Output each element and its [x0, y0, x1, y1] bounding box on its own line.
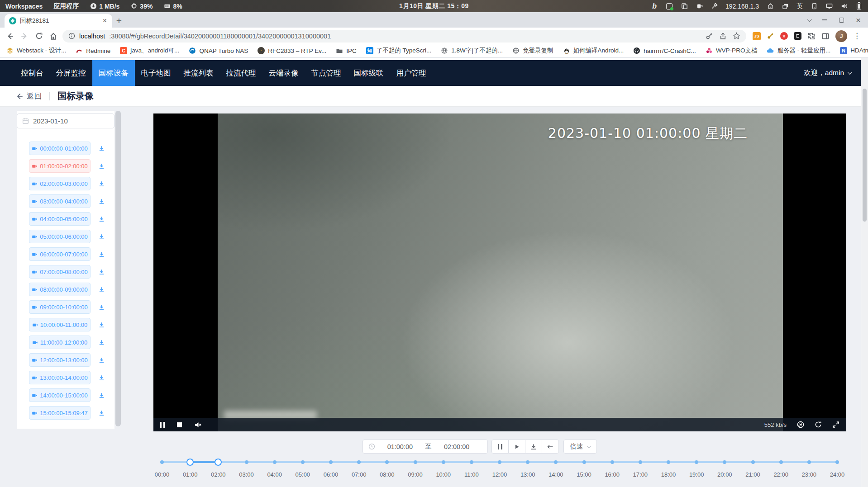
recording-segment-button[interactable]: 07:00:00-08:00:00 — [29, 265, 91, 279]
tab-search-chevron-icon[interactable] — [807, 17, 812, 22]
display-tray-icon[interactable] — [825, 3, 833, 10]
download-button[interactable] — [525, 440, 542, 454]
browser-menu-icon[interactable]: ⋮ — [853, 31, 861, 41]
recording-segment-button[interactable]: 14:00:00-15:00:00 — [29, 388, 91, 402]
download-recording-icon[interactable] — [98, 374, 105, 381]
recording-segment-button[interactable]: 15:00:00-15:09:47 — [29, 406, 91, 420]
recording-segment-button[interactable]: 00:00:00-01:00:00 — [29, 142, 91, 155]
download-recording-icon[interactable] — [98, 180, 105, 187]
download-recording-icon[interactable] — [98, 269, 105, 275]
nav-item-国标级联[interactable]: 国标级联 — [348, 60, 390, 86]
window-minimize-icon[interactable] — [822, 19, 827, 20]
date-picker-input[interactable]: 2023-01-10 — [17, 113, 114, 128]
nav-item-推流列表[interactable]: 推流列表 — [177, 60, 220, 86]
recording-segment-button[interactable]: 12:00:00-13:00:00 — [29, 353, 91, 367]
download-recording-icon[interactable] — [98, 233, 105, 240]
page-scrollbar-thumb[interactable] — [863, 89, 867, 222]
recording-segment-button[interactable]: 06:00:00-07:00:00 — [29, 247, 91, 261]
fullscreen-icon[interactable] — [832, 421, 839, 428]
download-recording-icon[interactable] — [98, 339, 105, 346]
clipboard-copy-tray-icon[interactable] — [681, 3, 688, 10]
share-icon[interactable] — [719, 32, 727, 40]
window-maximize-icon[interactable] — [839, 18, 844, 23]
bookmark-item[interactable]: Redmine — [76, 47, 110, 54]
extension-dark-icon[interactable] — [794, 32, 801, 40]
bookmark-item[interactable]: Webstack - 设计... — [6, 47, 66, 55]
timeline-handle-end[interactable] — [215, 459, 222, 466]
tab-close-icon[interactable]: × — [102, 17, 108, 24]
time-range-picker[interactable]: 01:00:00 至 02:00:00 — [362, 440, 488, 454]
download-recording-icon[interactable] — [98, 163, 105, 170]
bookmark-item[interactable]: 服务器 - 轻量应用... — [767, 47, 830, 55]
refresh-icon[interactable] — [815, 421, 822, 428]
extension-json-icon[interactable]: JS — [753, 32, 761, 40]
nav-item-用户管理[interactable]: 用户管理 — [390, 60, 433, 86]
recording-segment-button[interactable]: 09:00:00-10:00:00 — [29, 300, 91, 314]
clock-date[interactable]: 1月10日 星期二 15：09 — [399, 2, 469, 10]
nav-item-拉流代理[interactable]: 拉流代理 — [220, 60, 262, 86]
bing-tray-icon[interactable]: b — [651, 3, 658, 10]
new-tab-button[interactable]: + — [112, 14, 126, 28]
sidebar-scrollbar[interactable] — [115, 111, 121, 426]
password-key-icon[interactable] — [706, 32, 713, 40]
player-stop-icon[interactable] — [177, 422, 182, 427]
recording-segment-button[interactable]: 05:00:00-06:00:00 — [29, 230, 91, 243]
player-mute-icon[interactable] — [194, 421, 202, 429]
download-recording-icon[interactable] — [98, 304, 105, 311]
extension-key-icon[interactable] — [767, 32, 774, 40]
bookmark-item[interactable]: 免登录复制 — [512, 47, 553, 55]
bookmark-item[interactable]: hairrrrr/C-CrashC... — [633, 47, 696, 54]
browser-tab[interactable]: 国标28181 × — [5, 14, 112, 28]
bookmark-item[interactable]: 1.8W字|了不起的... — [441, 47, 503, 55]
nav-item-节点管理[interactable]: 节点管理 — [305, 60, 348, 86]
recording-segment-button[interactable]: 02:00:00-03:00:00 — [29, 177, 91, 190]
applications-menu[interactable]: 应用程序 — [53, 2, 79, 10]
app-window-tray-icon[interactable] — [666, 3, 673, 10]
recording-segment-button[interactable]: 04:00:00-05:00:00 — [29, 212, 91, 226]
download-recording-icon[interactable] — [98, 216, 105, 222]
window-close-icon[interactable]: × — [856, 16, 861, 24]
bookmark-item[interactable]: 如何编译Android... — [563, 47, 624, 55]
bookmark-item[interactable]: 知了不起的 TypeScri... — [366, 47, 432, 55]
download-recording-icon[interactable] — [98, 357, 105, 364]
bookmark-item[interactable]: IPC — [336, 47, 357, 54]
workspaces-button[interactable]: Workspaces — [5, 3, 43, 10]
volume-tray-icon[interactable] — [840, 3, 848, 10]
back-icon[interactable] — [5, 31, 15, 42]
download-recording-icon[interactable] — [98, 410, 105, 416]
reload-icon[interactable] — [33, 31, 44, 42]
bookmark-item[interactable]: ·RFC2833 – RTP Ev... — [258, 47, 326, 54]
coffee-cup-tray-icon[interactable] — [696, 3, 703, 10]
home-tray-icon[interactable] — [767, 3, 774, 10]
bookmark-item[interactable]: WVP-PRO文档 — [706, 47, 758, 55]
recording-segment-button[interactable]: 01:00:00-02:00:00 — [29, 159, 91, 173]
forward-icon[interactable] — [19, 31, 30, 42]
bookmark-item[interactable]: QNAP Turbo NAS — [189, 47, 248, 54]
user-menu[interactable]: 欢迎，admin — [804, 68, 851, 78]
address-bar[interactable]: localhost:38080/#/gbRecordDetail/3402000… — [62, 30, 746, 43]
download-recording-icon[interactable] — [98, 198, 105, 205]
color-picker-tray-icon[interactable] — [711, 3, 718, 10]
recording-segment-button[interactable]: 03:00:00-04:00:00 — [29, 194, 91, 208]
nav-item-分屏监控[interactable]: 分屏监控 — [50, 60, 92, 86]
timeline-track[interactable] — [162, 458, 837, 466]
side-panel-icon[interactable] — [821, 32, 830, 40]
pause-button[interactable] — [491, 440, 509, 454]
playback-speed-dropdown[interactable]: 倍速 — [563, 440, 597, 454]
bookmark-star-icon[interactable] — [733, 32, 740, 40]
end-time-input[interactable]: 02:00:00 — [432, 443, 482, 450]
nav-item-电子地图[interactable]: 电子地图 — [135, 60, 177, 86]
recording-segment-button[interactable]: 10:00:00-11:00:00 — [29, 318, 91, 331]
site-info-icon[interactable] — [68, 33, 75, 39]
bookmark-item[interactable]: Cjava、android可... — [120, 47, 179, 55]
player-pause-icon[interactable] — [160, 422, 165, 428]
input-method-indicator[interactable]: 英 — [796, 2, 803, 10]
video-player[interactable]: 2023-01-10 01:00:00 星期二 552 kb/s — [153, 113, 846, 431]
battery-tray-icon[interactable] — [855, 3, 863, 10]
snapshot-aperture-icon[interactable] — [797, 421, 804, 428]
phone-link-tray-icon[interactable] — [811, 3, 818, 10]
profile-avatar[interactable]: J — [835, 30, 847, 42]
recording-segment-button[interactable]: 13:00:00-14:00:00 — [29, 371, 91, 384]
ip-address[interactable]: 192.168.1.3 — [725, 3, 759, 10]
workspace-switcher-icon[interactable] — [782, 3, 789, 10]
